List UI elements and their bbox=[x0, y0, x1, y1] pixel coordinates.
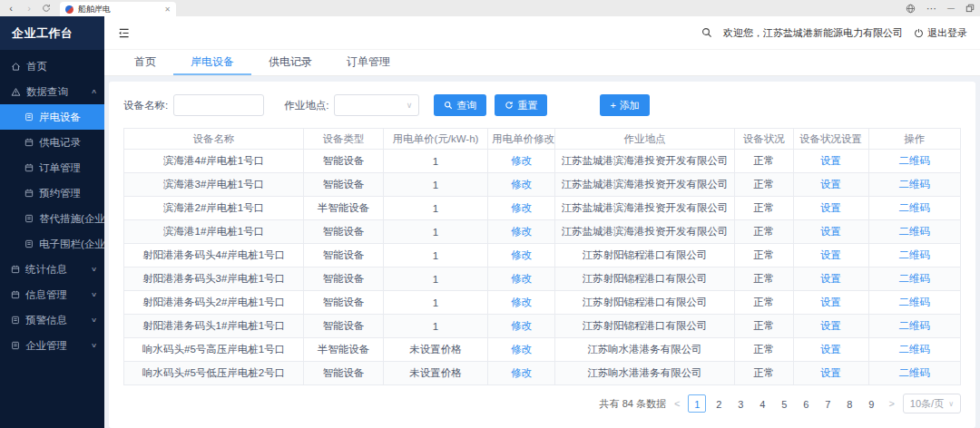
name-cell: 响水码头#5号高压岸电桩1号口 bbox=[124, 338, 304, 362]
qrcode-link[interactable]: 二维码 bbox=[899, 320, 931, 331]
page-number-9[interactable]: 9 bbox=[862, 394, 880, 413]
qrcode-link[interactable]: 二维码 bbox=[899, 226, 931, 237]
type-cell: 智能设备 bbox=[304, 244, 384, 268]
page-number-7[interactable]: 7 bbox=[818, 394, 837, 413]
set-status-link[interactable]: 设置 bbox=[820, 249, 841, 260]
sidebar-item-11[interactable]: 预警信息∨ bbox=[0, 307, 104, 333]
page-number-1[interactable]: 1 bbox=[688, 394, 706, 413]
modify-price-link[interactable]: 修改 bbox=[511, 179, 532, 190]
tab-close-icon[interactable]: ✕ bbox=[164, 5, 171, 14]
qrcode-link[interactable]: 二维码 bbox=[899, 249, 931, 260]
next-page-icon[interactable]: > bbox=[887, 398, 896, 409]
sidebar-item-4[interactable]: 供电记录 bbox=[0, 130, 104, 155]
qrcode-link[interactable]: 二维码 bbox=[899, 367, 931, 378]
reset-button-label: 重置 bbox=[517, 99, 537, 112]
page-number-3[interactable]: 3 bbox=[731, 394, 750, 413]
page-numbers: 123456789 bbox=[688, 394, 880, 413]
page-number-2[interactable]: 2 bbox=[710, 394, 728, 413]
set-status-link[interactable]: 设置 bbox=[820, 344, 841, 355]
set-status-link[interactable]: 设置 bbox=[820, 179, 841, 190]
page-number-6[interactable]: 6 bbox=[797, 394, 815, 413]
more-menu-icon[interactable]: ⋯ bbox=[926, 2, 936, 15]
set-status-link[interactable]: 设置 bbox=[820, 226, 841, 237]
device-name-input[interactable] bbox=[173, 94, 264, 116]
tab-4[interactable]: 订单管理 bbox=[329, 50, 407, 75]
browser-refresh-icon[interactable] bbox=[42, 4, 53, 13]
chevron-up-icon: ∧ bbox=[91, 88, 97, 95]
prev-page-icon[interactable]: < bbox=[672, 398, 681, 409]
modify-price-link[interactable]: 修改 bbox=[511, 297, 532, 307]
search-icon[interactable] bbox=[701, 27, 712, 38]
sidebar-item-label: 预警信息 bbox=[25, 314, 67, 327]
sidebar-item-12[interactable]: 企业管理∨ bbox=[0, 333, 104, 358]
sidebar-item-10[interactable]: 信息管理∨ bbox=[0, 282, 104, 307]
table-row: 响水码头#5号低压岸电桩2号口智能设备未设置价格修改江苏响水港港务有限公司正常设… bbox=[124, 362, 961, 385]
qrcode-link[interactable]: 二维码 bbox=[899, 202, 931, 213]
modify-price-link[interactable]: 修改 bbox=[511, 155, 532, 166]
qrcode-link[interactable]: 二维码 bbox=[899, 155, 931, 166]
reset-button[interactable]: 重置 bbox=[495, 94, 547, 116]
alert-icon bbox=[11, 87, 21, 97]
qrcode-link[interactable]: 二维码 bbox=[899, 273, 931, 284]
browser-tab[interactable]: 船舶岸电 ✕ bbox=[60, 2, 176, 16]
sidebar-item-9[interactable]: 统计信息∨ bbox=[0, 257, 104, 282]
set-status-link[interactable]: 设置 bbox=[820, 297, 841, 307]
set-status-link[interactable]: 设置 bbox=[820, 320, 841, 331]
restore-window-icon[interactable] bbox=[965, 4, 975, 13]
tab-3[interactable]: 供电记录 bbox=[251, 50, 329, 75]
modify-price-link[interactable]: 修改 bbox=[511, 320, 532, 331]
tab-2[interactable]: 岸电设备 bbox=[173, 50, 251, 75]
sidebar-item-1[interactable]: 首页 bbox=[0, 54, 104, 79]
browser-forward-icon[interactable]: › bbox=[24, 1, 34, 15]
add-button-label: 添加 bbox=[620, 99, 640, 112]
sidebar-item-6[interactable]: 预约管理 bbox=[0, 180, 104, 206]
sidebar-item-label: 数据查询 bbox=[26, 85, 68, 99]
browser-back-icon[interactable]: ‹ bbox=[5, 1, 16, 15]
type-cell: 智能设备 bbox=[304, 173, 384, 197]
tab-1[interactable]: 首页 bbox=[117, 50, 173, 75]
sidebar-item-8[interactable]: 电子围栏(企业) bbox=[0, 231, 104, 257]
logout-button[interactable]: 退出登录 bbox=[914, 26, 967, 40]
table-row: 射阳港港务码头3#岸电桩1号口智能设备1修改江苏射阳锦程港口有限公司正常设置二维… bbox=[124, 268, 961, 291]
globe-icon[interactable] bbox=[906, 4, 916, 14]
column-header: 设备状况 bbox=[735, 129, 794, 150]
qrcode-link[interactable]: 二维码 bbox=[899, 297, 931, 307]
set-cell: 设置 bbox=[793, 338, 868, 362]
set-status-link[interactable]: 设置 bbox=[820, 202, 841, 213]
add-button[interactable]: + 添加 bbox=[600, 94, 649, 116]
calendar-icon bbox=[11, 290, 20, 299]
page-number-5[interactable]: 5 bbox=[775, 394, 793, 413]
sidebar-item-3[interactable]: 岸电设备 bbox=[0, 104, 104, 130]
modify-cell: 修改 bbox=[488, 244, 555, 268]
name-cell: 响水码头#5号低压岸电桩2号口 bbox=[124, 362, 304, 385]
page-number-4[interactable]: 4 bbox=[753, 394, 771, 413]
set-status-link[interactable]: 设置 bbox=[820, 367, 841, 378]
modify-price-link[interactable]: 修改 bbox=[511, 202, 532, 213]
modify-price-link[interactable]: 修改 bbox=[511, 273, 532, 284]
search-button[interactable]: 查询 bbox=[434, 94, 486, 116]
sidebar-item-5[interactable]: 订单管理 bbox=[0, 155, 104, 180]
page-size-select[interactable]: 10条/页 ∨ bbox=[903, 394, 961, 413]
modify-price-link[interactable]: 修改 bbox=[511, 344, 532, 355]
qr-cell: 二维码 bbox=[868, 220, 960, 244]
modify-price-link[interactable]: 修改 bbox=[511, 249, 532, 260]
qrcode-link[interactable]: 二维码 bbox=[899, 344, 931, 355]
page-number-8[interactable]: 8 bbox=[840, 394, 858, 413]
sidebar-item-2[interactable]: 数据查询∧ bbox=[0, 79, 104, 104]
sidebar-item-7[interactable]: 替代措施(企业) bbox=[0, 206, 104, 231]
sidebar-item-label: 预约管理 bbox=[39, 187, 81, 200]
modify-cell: 修改 bbox=[488, 268, 555, 291]
modify-price-link[interactable]: 修改 bbox=[511, 367, 532, 378]
location-select[interactable]: ∨ bbox=[334, 94, 419, 116]
chevron-down-icon: ∨ bbox=[91, 291, 97, 298]
qrcode-link[interactable]: 二维码 bbox=[899, 179, 931, 190]
devices-table: 设备名称设备类型用电单价(元/kW-h)用电单价修改作业地点设备状况设备状况设置… bbox=[123, 128, 961, 385]
calendar-icon bbox=[24, 189, 34, 198]
table-row: 射阳港港务码头4#岸电桩1号口智能设备1修改江苏射阳锦程港口有限公司正常设置二维… bbox=[124, 244, 961, 268]
modify-price-link[interactable]: 修改 bbox=[511, 226, 532, 237]
collapse-menu-icon[interactable] bbox=[117, 27, 131, 39]
set-status-link[interactable]: 设置 bbox=[820, 273, 841, 284]
set-status-link[interactable]: 设置 bbox=[820, 155, 841, 166]
name-cell: 射阳港港务码头3#岸电桩1号口 bbox=[124, 268, 304, 291]
minimize-icon[interactable]: — bbox=[947, 2, 955, 15]
